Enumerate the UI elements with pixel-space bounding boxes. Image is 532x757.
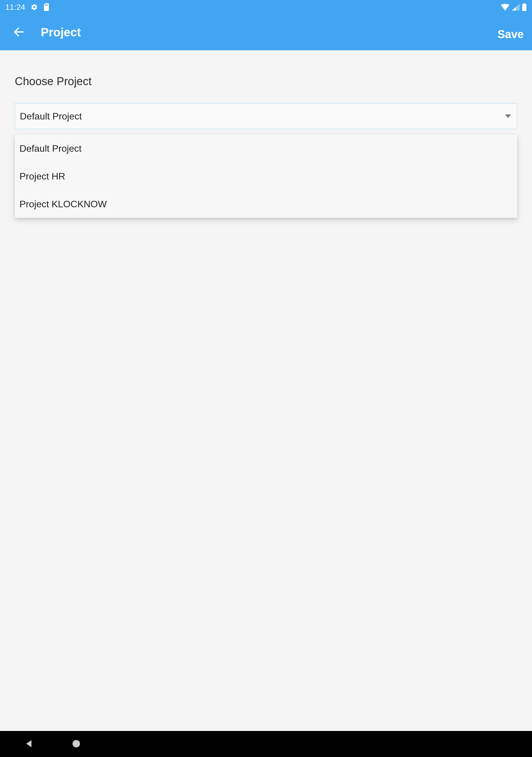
circle-home-icon	[72, 740, 80, 749]
svg-point-1	[73, 740, 80, 747]
battery-icon	[522, 3, 527, 11]
save-button[interactable]: Save	[497, 24, 524, 41]
nav-home-button[interactable]	[72, 740, 80, 749]
chevron-down-icon	[505, 113, 511, 119]
dropdown-item[interactable]: Project HR	[15, 162, 517, 190]
app-bar: Project Save	[0, 14, 532, 50]
gear-icon	[31, 4, 38, 11]
status-right	[501, 3, 527, 11]
project-dropdown: Default Project Project HR Project KLOCK…	[15, 135, 517, 218]
triangle-back-icon	[25, 739, 34, 749]
nav-back-button[interactable]	[25, 739, 34, 749]
content: Choose Project Default Project Default P…	[0, 50, 532, 218]
arrow-left-icon	[13, 25, 25, 39]
dropdown-item[interactable]: Default Project	[15, 135, 517, 162]
dropdown-item[interactable]: Project KLOCKNOW	[15, 190, 517, 218]
wifi-icon	[501, 4, 510, 11]
dropdown-item-label: Project HR	[19, 171, 65, 182]
section-label: Choose Project	[15, 75, 517, 88]
app-bar-left: Project	[13, 25, 81, 39]
back-button[interactable]	[13, 25, 25, 39]
status-time: 11:24	[5, 3, 25, 12]
status-bar: 11:24	[0, 0, 532, 14]
select-value: Default Project	[20, 111, 82, 122]
status-left: 11:24	[5, 3, 50, 12]
system-nav-bar	[0, 731, 532, 757]
signal-icon	[512, 4, 519, 11]
sd-card-icon	[43, 3, 50, 11]
project-select[interactable]: Default Project	[15, 103, 517, 129]
dropdown-item-label: Default Project	[19, 143, 81, 154]
dropdown-item-label: Project KLOCKNOW	[19, 199, 107, 210]
page-title: Project	[41, 26, 81, 39]
